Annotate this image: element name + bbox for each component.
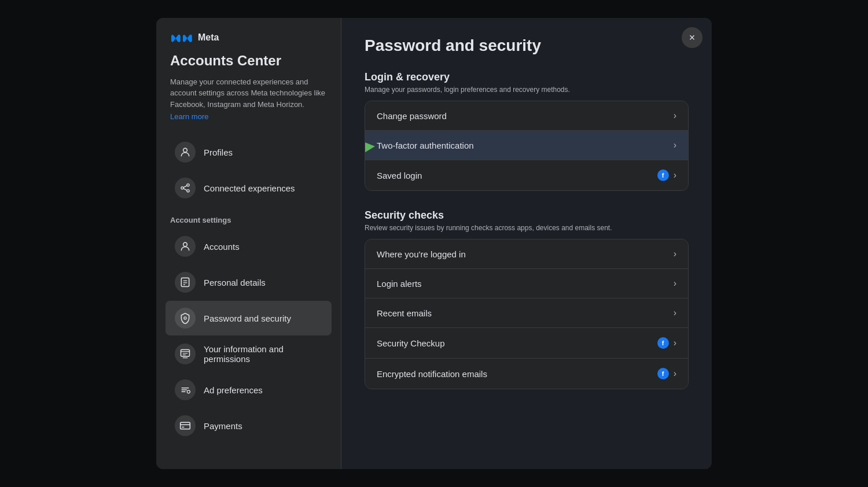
connected-experiences-icon bbox=[175, 178, 196, 198]
your-information-icon bbox=[175, 344, 196, 364]
sidebar-item-your-information[interactable]: Your information and permissions bbox=[165, 337, 332, 371]
sidebar-title: Accounts Center bbox=[165, 53, 332, 69]
payments-icon bbox=[175, 415, 196, 436]
svg-point-1 bbox=[181, 187, 183, 189]
where-logged-in-chevron: › bbox=[674, 249, 676, 259]
security-checks-section: Security checks Review security issues b… bbox=[365, 209, 689, 389]
sidebar-description: Manage your connected experiences and ac… bbox=[165, 76, 332, 110]
security-checkup-row[interactable]: Security Checkup f › bbox=[365, 328, 688, 359]
personal-details-icon bbox=[175, 272, 196, 293]
login-alerts-right: › bbox=[674, 278, 676, 289]
sidebar-item-profiles[interactable]: Profiles bbox=[165, 135, 332, 169]
login-recovery-section: Login & recovery Manage your passwords, … bbox=[365, 71, 689, 191]
sidebar-item-payments[interactable]: Payments bbox=[165, 408, 332, 443]
sidebar-item-profiles-label: Profiles bbox=[204, 147, 233, 157]
saved-login-right: f › bbox=[657, 169, 676, 181]
svg-point-3 bbox=[187, 190, 189, 192]
saved-login-row[interactable]: Saved login f › bbox=[365, 160, 688, 190]
svg-point-0 bbox=[183, 149, 187, 153]
encrypted-emails-row[interactable]: Encrypted notification emails f › bbox=[365, 359, 688, 389]
sidebar-item-your-info-label: Your information and permissions bbox=[204, 344, 322, 364]
saved-login-fb-icon: f bbox=[657, 169, 669, 181]
svg-point-2 bbox=[187, 184, 189, 186]
svg-point-16 bbox=[187, 390, 190, 393]
two-factor-label: Two-factor authentication bbox=[377, 141, 474, 150]
meta-logo-icon bbox=[170, 32, 193, 43]
sidebar-item-ad-label: Ad preferences bbox=[204, 385, 263, 395]
encrypted-emails-label: Encrypted notification emails bbox=[377, 369, 487, 379]
two-factor-row[interactable]: Two-factor authentication › bbox=[365, 131, 688, 160]
svg-rect-7 bbox=[181, 278, 189, 287]
sidebar-item-personal-label: Personal details bbox=[204, 278, 266, 287]
security-checkup-label: Security Checkup bbox=[377, 338, 445, 348]
security-checkup-fb-icon: f bbox=[657, 337, 669, 349]
sidebar-item-password-label: Password and security bbox=[204, 313, 291, 323]
login-alerts-label: Login alerts bbox=[377, 279, 422, 289]
where-logged-in-right: › bbox=[674, 249, 676, 259]
sidebar: Meta Accounts Center Manage your connect… bbox=[156, 18, 341, 469]
sidebar-item-accounts[interactable]: Accounts bbox=[165, 229, 332, 264]
change-password-right: › bbox=[674, 110, 676, 121]
accounts-icon bbox=[175, 236, 196, 257]
change-password-row[interactable]: Change password › bbox=[365, 101, 688, 131]
content-title: Password and security bbox=[365, 36, 689, 55]
sidebar-item-ad-preferences[interactable]: Ad preferences bbox=[165, 372, 332, 407]
encrypted-emails-chevron: › bbox=[674, 368, 676, 379]
meta-logo-text: Meta bbox=[198, 32, 219, 43]
login-recovery-title: Login & recovery bbox=[365, 71, 689, 83]
svg-rect-19 bbox=[182, 427, 184, 428]
account-settings-header: Account settings bbox=[165, 206, 332, 229]
login-recovery-subtitle: Manage your passwords, login preferences… bbox=[365, 86, 689, 94]
modal-overlay: × Meta Accounts Center Manage your conne… bbox=[0, 0, 868, 487]
encrypted-emails-right: f › bbox=[657, 368, 676, 379]
security-checks-subtitle: Review security issues by running checks… bbox=[365, 224, 689, 232]
svg-rect-12 bbox=[181, 350, 190, 357]
close-button[interactable]: × bbox=[682, 27, 703, 48]
recent-emails-label: Recent emails bbox=[377, 308, 432, 318]
two-factor-chevron: › bbox=[674, 140, 676, 150]
recent-emails-right: › bbox=[674, 308, 676, 318]
where-logged-in-label: Where you're logged in bbox=[377, 249, 466, 259]
two-factor-right: › bbox=[674, 140, 676, 150]
profiles-icon bbox=[175, 142, 196, 163]
sidebar-item-payments-label: Payments bbox=[204, 421, 242, 431]
sidebar-item-connected-label: Connected experiences bbox=[204, 183, 295, 193]
sidebar-item-connected-experiences[interactable]: Connected experiences bbox=[165, 171, 332, 205]
saved-login-label: Saved login bbox=[377, 171, 422, 180]
main-content: Password and security Login & recovery M… bbox=[341, 18, 712, 469]
change-password-chevron: › bbox=[674, 110, 676, 121]
sidebar-item-personal-details[interactable]: Personal details bbox=[165, 265, 332, 300]
sidebar-item-accounts-label: Accounts bbox=[204, 242, 240, 252]
saved-login-chevron: › bbox=[674, 170, 676, 180]
svg-point-11 bbox=[184, 317, 186, 319]
login-alerts-chevron: › bbox=[674, 278, 676, 289]
change-password-label: Change password bbox=[377, 111, 447, 121]
svg-point-6 bbox=[183, 243, 187, 247]
svg-line-5 bbox=[183, 189, 187, 190]
ad-preferences-icon bbox=[175, 379, 196, 400]
learn-more-link[interactable]: Learn more bbox=[165, 112, 332, 121]
meta-logo: Meta bbox=[165, 32, 332, 43]
security-checkup-chevron: › bbox=[674, 338, 676, 348]
password-security-icon bbox=[175, 308, 196, 329]
login-recovery-card: Change password › Two-factor authenticat… bbox=[365, 101, 689, 191]
where-logged-in-row[interactable]: Where you're logged in › bbox=[365, 239, 688, 269]
svg-rect-17 bbox=[181, 422, 190, 429]
security-checkup-right: f › bbox=[657, 337, 676, 349]
security-checks-card: Where you're logged in › Login alerts › bbox=[365, 239, 689, 389]
modal: × Meta Accounts Center Manage your conne… bbox=[156, 18, 712, 469]
login-alerts-row[interactable]: Login alerts › bbox=[365, 269, 688, 298]
sidebar-item-password-security[interactable]: Password and security bbox=[165, 301, 332, 335]
encrypted-emails-fb-icon: f bbox=[657, 368, 669, 379]
security-checks-title: Security checks bbox=[365, 209, 689, 222]
recent-emails-row[interactable]: Recent emails › bbox=[365, 298, 688, 328]
svg-line-4 bbox=[183, 186, 187, 187]
recent-emails-chevron: › bbox=[674, 308, 676, 318]
